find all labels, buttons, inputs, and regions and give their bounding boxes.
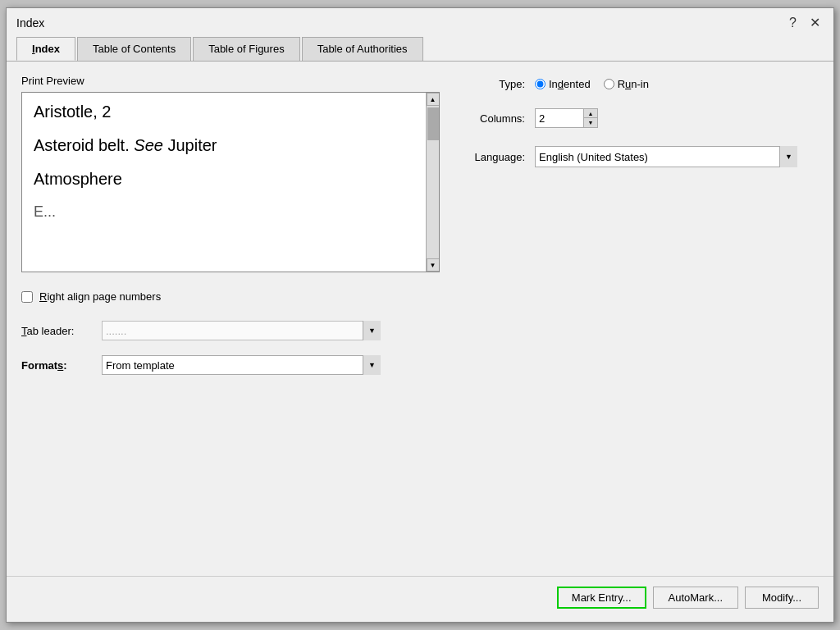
scrollbar: ▲ ▼ <box>426 93 439 272</box>
title-controls: ? ✕ <box>786 15 824 30</box>
type-radio-group: Indented Run-in <box>535 78 649 90</box>
tab-leader-select[interactable]: ....... <box>102 321 381 340</box>
scroll-up[interactable]: ▲ <box>427 93 440 106</box>
preview-item-1: Aristotle, 2 <box>34 103 414 121</box>
formats-row: Formats: From template Classic Fancy Mod… <box>21 355 440 375</box>
dialog-body: Print Preview Aristotle, 2 Asteroid belt… <box>7 62 833 576</box>
runin-radio[interactable] <box>604 79 614 89</box>
tab-leader-select-wrapper: ....... ▼ <box>102 321 381 340</box>
spinner-up[interactable]: ▲ <box>584 109 597 118</box>
print-preview-section: Print Preview Aristotle, 2 Asteroid belt… <box>21 75 440 272</box>
preview-box: Aristotle, 2 Asteroid belt. See Jupiter … <box>21 92 440 272</box>
right-align-label: Right align page numbers <box>39 290 161 303</box>
index-dialog: Index ? ✕ Index Table of Contents Table … <box>6 7 834 623</box>
tab-index-label: Index <box>32 43 60 55</box>
columns-spinner: ▲ ▼ <box>535 108 598 128</box>
dialog-title: Index <box>16 16 44 30</box>
language-row: Language: English (United States) Englis… <box>459 146 819 167</box>
tab-authorities-label: Table of Authorities <box>317 43 408 55</box>
language-label: Language: <box>459 151 525 163</box>
formats-select[interactable]: From template Classic Fancy Modern Bulle… <box>102 355 381 375</box>
tab-leader-row: Tab leader: ....... ▼ <box>21 321 440 340</box>
tab-table-of-figures[interactable]: Table of Figures <box>193 37 300 61</box>
spacer <box>21 469 819 564</box>
indented-radio[interactable] <box>535 79 546 89</box>
type-label: Type: <box>459 78 525 90</box>
columns-label: Columns: <box>459 112 525 125</box>
tab-table-of-contents[interactable]: Table of Contents <box>77 37 191 61</box>
automark-button[interactable]: AutoMark... <box>653 587 738 609</box>
language-select[interactable]: English (United States) English (United … <box>535 146 797 167</box>
indented-label: Indented <box>535 78 591 90</box>
formats-label: Formats: <box>21 359 95 372</box>
left-panel: Print Preview Aristotle, 2 Asteroid belt… <box>21 75 440 469</box>
preview-label: Print Preview <box>21 75 440 87</box>
tab-leader-label: Tab leader: <box>21 325 95 337</box>
columns-input[interactable] <box>535 108 584 128</box>
spinner-down[interactable]: ▼ <box>584 118 597 127</box>
formats-select-wrapper: From template Classic Fancy Modern Bulle… <box>102 355 381 375</box>
title-bar: Index ? ✕ <box>7 8 833 37</box>
help-button[interactable]: ? <box>786 16 800 30</box>
italic-see: See <box>134 136 163 154</box>
right-align-checkbox[interactable] <box>21 291 33 303</box>
preview-item-4: E... <box>34 203 414 221</box>
indented-text: Indented <box>549 78 591 90</box>
preview-item-2: Asteroid belt. See Jupiter <box>34 136 414 155</box>
runin-text: Run-in <box>618 78 649 90</box>
spinner-buttons: ▲ ▼ <box>584 108 598 128</box>
tab-bar: Index Table of Contents Table of Figures… <box>7 37 833 62</box>
tab-toc-label: Table of Contents <box>93 43 176 55</box>
close-button[interactable]: ✕ <box>806 15 824 30</box>
modify-button[interactable]: Modify... <box>745 587 819 609</box>
right-panel: Type: Indented Run-in Columns: <box>459 75 819 469</box>
scroll-down[interactable]: ▼ <box>427 258 440 272</box>
main-content: Print Preview Aristotle, 2 Asteroid belt… <box>21 75 819 469</box>
tab-figures-label: Table of Figures <box>208 43 285 55</box>
right-align-row: Right align page numbers <box>21 290 440 303</box>
scroll-thumb[interactable] <box>427 107 439 140</box>
tab-index[interactable]: Index <box>16 37 75 61</box>
preview-item-3: Atmosphere <box>34 170 414 189</box>
preview-content: Aristotle, 2 Asteroid belt. See Jupiter … <box>22 93 426 272</box>
columns-row: Columns: ▲ ▼ <box>459 108 819 128</box>
tab-table-of-authorities[interactable]: Table of Authorities <box>302 37 423 61</box>
mark-entry-button[interactable]: Mark Entry... <box>557 587 646 609</box>
language-select-wrapper: English (United States) English (United … <box>535 146 797 167</box>
runin-label: Run-in <box>604 78 649 90</box>
bottom-bar: Mark Entry... AutoMark... Modify... <box>7 576 833 622</box>
type-row: Type: Indented Run-in <box>459 78 819 90</box>
